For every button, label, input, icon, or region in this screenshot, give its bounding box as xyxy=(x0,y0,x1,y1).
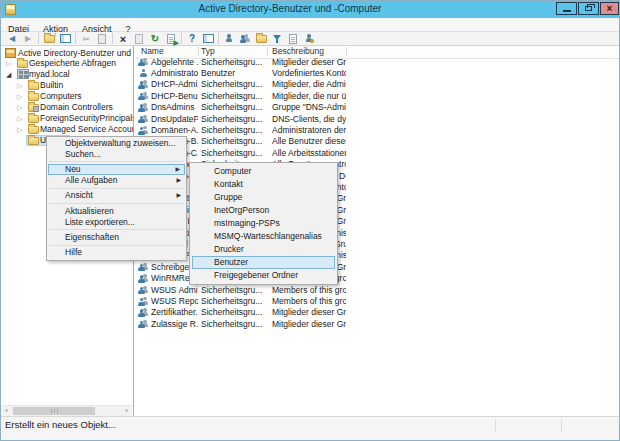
cell-typ: Sicherheitsgru... xyxy=(201,285,265,296)
scroll-right-arrow[interactable]: › xyxy=(121,406,132,416)
add-ou-icon[interactable] xyxy=(253,33,269,45)
minimize-icon xyxy=(563,10,571,12)
delete-icon[interactable]: × xyxy=(115,33,131,45)
scrollbar-thumb[interactable] xyxy=(13,407,95,415)
context-menu-item-liste-exportieren[interactable]: Liste exportieren... xyxy=(47,217,186,228)
tree-collapsed-icon[interactable]: ▷ xyxy=(17,125,22,134)
tree-expanded-icon[interactable]: ◢ xyxy=(6,70,11,79)
context-menu-item-ansicht[interactable]: Ansicht▶ xyxy=(47,190,186,201)
table-row[interactable]: WSUS Admi...Sicherheitsgru...Members of … xyxy=(135,285,619,296)
back-icon[interactable]: ◀ xyxy=(4,33,20,45)
submenu-item-computer[interactable]: Computer xyxy=(190,165,337,178)
export-list-icon[interactable]: ▶ xyxy=(163,33,179,45)
restore-button[interactable] xyxy=(578,2,599,15)
cell-beschreibung: Vordefiniertes Konto für ... xyxy=(272,68,346,79)
tree-item-foreignsecurityprincipals[interactable]: ▷ForeignSecurityPrincipals xyxy=(1,113,133,124)
table-row[interactable]: WSUS Repor...Sicherheitsgru...Members of… xyxy=(135,296,619,307)
tree-collapsed-icon[interactable]: ▷ xyxy=(6,59,11,68)
cell-name: Zulässige R... xyxy=(151,319,198,330)
table-row[interactable]: DnsAdminsSicherheitsgru...Gruppe "DNS-Ad… xyxy=(135,102,619,113)
table-row[interactable]: Domänen-A...Sicherheitsgru...Administrat… xyxy=(135,125,619,136)
submenu-item-kontakt[interactable]: Kontakt xyxy=(190,178,337,191)
submenu-item-label: msImaging-PSPs xyxy=(214,218,280,228)
folder-icon xyxy=(28,104,39,112)
cell-typ: Sicherheitsgru... xyxy=(201,79,265,90)
cell-beschreibung: Mitglieder dieser Grupp... xyxy=(272,319,346,330)
table-row[interactable]: Domänen-B...Sicherheitsgru...Alle Benutz… xyxy=(135,136,619,147)
group-icon xyxy=(138,286,149,295)
tree-item-label: ForeignSecurityPrincipals xyxy=(40,113,134,124)
title-bar[interactable]: Active Directory-Benutzer und -Computer … xyxy=(1,1,619,18)
console-window-icon[interactable] xyxy=(200,33,216,45)
add-group-icon[interactable] xyxy=(237,33,253,45)
cell-name: Abgelehnte ... xyxy=(151,57,198,68)
forward-icon[interactable]: ▶ xyxy=(20,33,36,45)
column-separator[interactable] xyxy=(346,47,347,56)
table-row[interactable]: Zertifikather...Sicherheitsgru...Mitglie… xyxy=(135,307,619,318)
properties-icon[interactable] xyxy=(131,33,147,45)
paste-icon[interactable] xyxy=(94,33,110,45)
context-menu-item-neu[interactable]: Neu▶ xyxy=(48,164,185,175)
group-icon xyxy=(138,320,149,329)
submenu-item-freigegebener-ordner[interactable]: Freigegebener Ordner xyxy=(190,269,337,282)
tree-collapsed-icon[interactable]: ▷ xyxy=(17,114,22,123)
column-separator[interactable] xyxy=(198,47,199,56)
minimize-button[interactable] xyxy=(556,2,577,15)
tasks-icon[interactable] xyxy=(285,33,301,45)
table-row[interactable]: DHCP-Benu...Sicherheitsgru...Mitglieder,… xyxy=(135,91,619,102)
submenu-item-benutzer[interactable]: Benutzer xyxy=(192,256,335,269)
scroll-left-arrow[interactable]: ‹ xyxy=(1,406,12,416)
context-menu-item-objektverwaltung-zuweisen[interactable]: Objektverwaltung zuweisen... xyxy=(47,138,186,149)
app-icon xyxy=(5,4,16,15)
tree-item-builtin[interactable]: ▷Builtin xyxy=(1,80,133,91)
delegate-icon[interactable] xyxy=(301,33,317,45)
cell-beschreibung: Mitglieder dieser Grupp... xyxy=(272,57,346,68)
tree-item-gespeicherte-abfragen[interactable]: ▷Gespeicherte Abfragen xyxy=(1,58,133,69)
menu-item-label: Neu xyxy=(65,164,81,174)
menu-separator xyxy=(49,188,184,189)
table-row[interactable]: AdministratorBenutzerVordefiniertes Kont… xyxy=(135,68,619,79)
cell-beschreibung: Mitglieder dieser Grupp... xyxy=(272,307,346,318)
submenu-item-msmq-warteschlangenalias[interactable]: MSMQ-Warteschlangenalias xyxy=(190,230,337,243)
up-level-icon[interactable]: ↑ xyxy=(41,33,57,45)
domain-icon xyxy=(17,69,29,79)
cell-beschreibung: Alle Arbeitsstationen un... xyxy=(272,148,346,159)
tree-collapsed-icon[interactable]: ▷ xyxy=(17,103,22,112)
table-row[interactable]: DnsUpdateP...Sicherheitsgru...DNS-Client… xyxy=(135,114,619,125)
submenu-item-gruppe[interactable]: Gruppe xyxy=(190,191,337,204)
tree-item-myad-local[interactable]: ◢myad.local xyxy=(1,69,133,80)
help-icon[interactable]: ? xyxy=(184,33,200,45)
context-menu-item-suchen[interactable]: Suchen... xyxy=(47,149,186,160)
new-object-submenu: ComputerKontaktGruppeInetOrgPersonmsImag… xyxy=(189,162,338,285)
group-icon xyxy=(138,308,149,317)
table-row[interactable]: Domänen-C...Sicherheitsgru...Alle Arbeit… xyxy=(135,148,619,159)
console-tree-icon[interactable] xyxy=(57,33,73,45)
tree-item-managed-service-accounts[interactable]: ▷Managed Service Accounts xyxy=(1,124,133,135)
context-menu-item-aktualisieren[interactable]: Aktualisieren xyxy=(47,206,186,217)
submenu-item-drucker[interactable]: Drucker xyxy=(190,243,337,256)
context-menu-item-eigenschaften[interactable]: Eigenschaften xyxy=(47,232,186,243)
tree-collapsed-icon[interactable]: ▷ xyxy=(17,81,22,90)
add-user-icon[interactable] xyxy=(221,33,237,45)
submenu-item-msimaging-psps[interactable]: msImaging-PSPs xyxy=(190,217,337,230)
tree-horizontal-scrollbar[interactable]: ‹ › xyxy=(1,405,132,416)
tree-item-computers[interactable]: ▷Computers xyxy=(1,91,133,102)
cut-icon[interactable]: ✂ xyxy=(78,33,94,45)
table-row[interactable]: DHCP-Admi...Sicherheitsgru...Mitglieder,… xyxy=(135,79,619,90)
tree-collapsed-icon[interactable]: ▷ xyxy=(17,92,22,101)
tree-item-active-directory-benutzer-und-comp[interactable]: Active Directory-Benutzer und -Comp xyxy=(1,48,133,59)
cell-name: Domänen-A... xyxy=(151,125,198,136)
filter-icon[interactable] xyxy=(269,33,285,45)
column-separator[interactable] xyxy=(267,47,268,56)
menu-item-label: Suchen... xyxy=(65,149,101,159)
tree-item-domain-controllers[interactable]: ▷Domain Controllers xyxy=(1,102,133,113)
table-row[interactable]: Abgelehnte ...Sicherheitsgru...Mitgliede… xyxy=(135,57,619,68)
refresh-icon[interactable]: ↻ xyxy=(147,33,163,45)
submenu-item-inetorgperson[interactable]: InetOrgPerson xyxy=(190,204,337,217)
close-button[interactable]: × xyxy=(600,2,619,15)
table-row[interactable]: Zulässige R...Sicherheitsgru...Mitgliede… xyxy=(135,319,619,330)
context-menu-item-hilfe[interactable]: Hilfe xyxy=(47,247,186,258)
statusbar-separator xyxy=(495,419,496,432)
context-menu-item-alle-aufgaben[interactable]: Alle Aufgaben▶ xyxy=(47,175,186,186)
close-icon: × xyxy=(601,3,618,14)
